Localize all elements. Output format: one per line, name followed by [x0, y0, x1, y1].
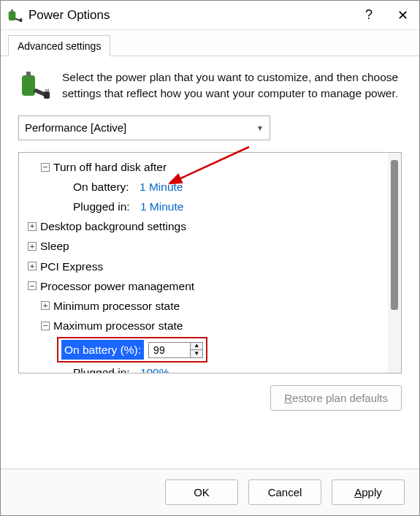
node-hard-disk[interactable]: − Turn off hard disk after — [23, 157, 383, 177]
svg-rect-0 — [9, 11, 16, 20]
tab-advanced-settings[interactable]: Advanced settings — [8, 35, 110, 56]
power-options-dialog: Power Options ? ✕ Advanced settings Sele… — [0, 0, 420, 516]
svg-rect-4 — [26, 72, 31, 76]
tab-strip: Advanced settings — [1, 30, 419, 56]
help-button[interactable]: ? — [352, 1, 386, 29]
node-desktop-background[interactable]: + Desktop background settings — [23, 216, 383, 236]
scrollbar-thumb[interactable] — [391, 160, 398, 310]
window-title: Power Options — [28, 8, 352, 23]
svg-rect-6 — [45, 89, 47, 92]
content-area: Select the power plan that you want to c… — [1, 56, 419, 468]
hard-disk-on-battery[interactable]: On battery: 1 Minute — [23, 177, 383, 197]
svg-rect-5 — [44, 91, 50, 99]
svg-rect-2 — [20, 18, 22, 22]
svg-rect-7 — [47, 89, 49, 92]
power-options-icon — [7, 7, 23, 23]
battery-plug-icon — [18, 69, 50, 102]
intro-text: Select the power plan that you want to c… — [62, 69, 402, 102]
node-sleep[interactable]: + Sleep — [23, 236, 383, 256]
settings-tree: − Turn off hard disk after On battery: 1… — [18, 152, 402, 373]
max-proc-on-battery-input[interactable] — [149, 343, 190, 357]
tree-scrollbar[interactable] — [388, 153, 401, 373]
node-pci-express[interactable]: + PCI Express — [23, 257, 383, 276]
close-button[interactable]: ✕ — [386, 1, 419, 29]
node-max-processor-state[interactable]: − Maximum processor state — [23, 316, 383, 335]
cancel-button[interactable]: Cancel — [248, 479, 321, 505]
collapse-icon[interactable]: − — [41, 322, 50, 330]
max-proc-plugged-value[interactable]: 100% — [140, 363, 169, 373]
power-plan-value: Performance [Active] — [25, 121, 126, 134]
max-proc-plugged-in[interactable]: Plugged in: 100% — [23, 363, 383, 373]
power-plan-dropdown[interactable]: Performance [Active] ▾ — [18, 115, 270, 140]
max-proc-on-battery-spinner[interactable]: ▲ ▼ — [148, 342, 203, 358]
node-processor-power[interactable]: − Processor power management — [23, 276, 383, 296]
node-min-processor-state[interactable]: + Minimum processor state — [23, 296, 383, 316]
expand-icon[interactable]: + — [28, 242, 37, 251]
apply-button[interactable]: Apply — [332, 479, 405, 505]
expand-icon[interactable]: + — [28, 222, 37, 231]
intro-block: Select the power plan that you want to c… — [18, 69, 402, 102]
restore-defaults-button[interactable]: Restore plan defaults — [270, 385, 402, 411]
dialog-footer: OK Cancel Apply — [1, 468, 419, 515]
spinner-down-icon[interactable]: ▼ — [191, 350, 202, 357]
collapse-icon[interactable]: − — [28, 281, 37, 290]
max-proc-on-battery-highlight: On battery (%): ▲ ▼ — [57, 337, 207, 363]
svg-rect-1 — [11, 9, 13, 11]
expand-icon[interactable]: + — [41, 301, 50, 310]
chevron-down-icon: ▾ — [258, 123, 262, 133]
hard-disk-plugged-value[interactable]: 1 Minute — [140, 197, 183, 216]
hard-disk-plugged-in[interactable]: Plugged in: 1 Minute — [23, 197, 383, 216]
svg-rect-3 — [22, 75, 35, 96]
ok-button[interactable]: OK — [165, 479, 238, 505]
max-proc-on-battery-label[interactable]: On battery (%): — [61, 340, 144, 360]
hard-disk-on-battery-value[interactable]: 1 Minute — [140, 177, 183, 197]
expand-icon[interactable]: + — [28, 262, 37, 270]
titlebar: Power Options ? ✕ — [1, 1, 419, 30]
collapse-icon[interactable]: − — [41, 163, 50, 172]
